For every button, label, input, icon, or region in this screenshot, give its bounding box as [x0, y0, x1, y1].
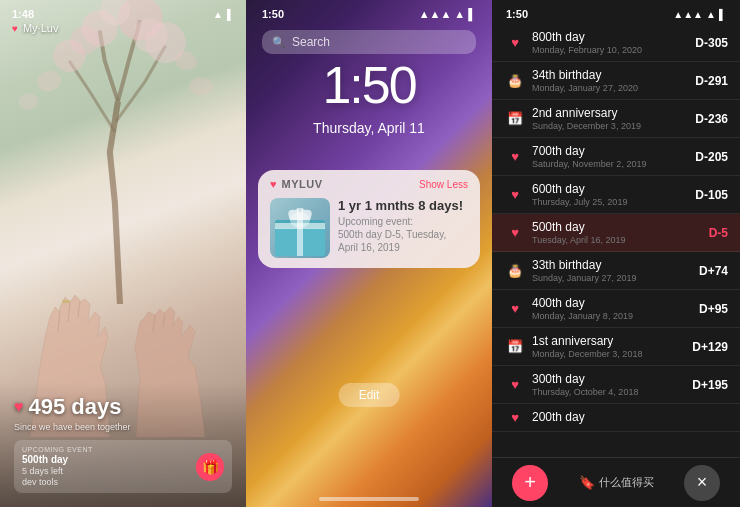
- list-item[interactable]: ♥ 300th day Thursday, October 4, 2018 D+…: [492, 366, 740, 404]
- item-title: 700th day: [532, 144, 688, 158]
- list-item-content: 600th day Thursday, July 25, 2019: [532, 182, 688, 207]
- notification-card[interactable]: ♥ MYLUV Show Less 1 yr 1 mnths 8 day: [258, 170, 480, 268]
- search-placeholder: Search: [292, 35, 330, 49]
- item-date: Tuesday, April 16, 2019: [532, 235, 688, 245]
- item-date: Saturday, November 2, 2019: [532, 159, 688, 169]
- watermark-text: 什么值得买: [599, 475, 654, 490]
- battery-icon: ▌: [227, 9, 234, 20]
- svg-rect-11: [62, 300, 70, 303]
- list-item-content: 200th day: [532, 410, 688, 425]
- list-item[interactable]: ♥ 600th day Thursday, July 25, 2019 D-10…: [492, 176, 740, 214]
- list-item[interactable]: 🎂 34th birthday Monday, January 27, 2020…: [492, 62, 740, 100]
- list-item[interactable]: 📅 1st anniversary Monday, December 3, 20…: [492, 328, 740, 366]
- lock-screen-date: Thursday, April 11: [246, 120, 492, 136]
- signal-bars: ▲▲▲: [673, 9, 703, 20]
- heart-icon: ♥: [504, 410, 526, 425]
- phone2-time: 1:50: [262, 8, 284, 20]
- svg-point-6: [133, 18, 167, 52]
- battery-icon3: ▌: [719, 9, 726, 20]
- list-item[interactable]: ♥ 400th day Monday, January 8, 2019 D+95: [492, 290, 740, 328]
- svg-point-10: [189, 77, 213, 95]
- heart-days-icon: ♥: [14, 398, 24, 416]
- event-name: 500th day: [22, 454, 93, 465]
- search-bar[interactable]: 🔍 Search: [262, 30, 476, 54]
- bottom-action-bar: + 🔖 什么值得买 ×: [492, 457, 740, 507]
- heart-icon: ♥: [12, 23, 18, 34]
- signal-icon: ▲▲▲: [419, 8, 452, 20]
- phone1-screen: 1:48 ▲ ▌ ♥ My·Luv ♥ 495 days Since we ha…: [0, 0, 246, 507]
- notif-app-name: MYLUV: [282, 178, 323, 190]
- phone3-status-bar: 1:50 ▲▲▲ ▲ ▌: [492, 0, 740, 24]
- item-d-value: D-305: [688, 36, 728, 50]
- heart-icon: ♥: [504, 149, 526, 164]
- phone1-status-left: 1:48: [12, 8, 34, 20]
- app-title-label: My·Luv: [23, 22, 58, 34]
- phone1-app-title: ♥ My·Luv: [12, 22, 58, 34]
- phone2-signal-icons: ▲▲▲ ▲ ▌: [419, 8, 476, 20]
- notification-body: 1 yr 1 mnths 8 days! Upcoming event: 500…: [258, 194, 480, 268]
- item-title: 300th day: [532, 372, 688, 386]
- gift-fab-button[interactable]: 🎁: [196, 453, 224, 481]
- watermark-area: 🔖 什么值得买: [579, 475, 654, 490]
- heart-icon: ♥: [504, 301, 526, 316]
- item-title: 1st anniversary: [532, 334, 688, 348]
- upcoming-label: UPCOMING EVENT: [22, 446, 93, 453]
- list-item[interactable]: 📅 2nd anniversary Sunday, December 3, 20…: [492, 100, 740, 138]
- event-tag: dev tools: [22, 477, 93, 487]
- list-item[interactable]: 🎂 33th birthday Sunday, January 27, 2019…: [492, 252, 740, 290]
- days-subtitle: Since we have been together: [14, 422, 232, 432]
- item-d-value: D-5: [688, 226, 728, 240]
- list-item[interactable]: ♥ 800th day Monday, February 10, 2020 D-…: [492, 24, 740, 62]
- item-date: Monday, January 8, 2019: [532, 311, 688, 321]
- show-less-button[interactable]: Show Less: [419, 179, 468, 190]
- item-date: Thursday, July 25, 2019: [532, 197, 688, 207]
- heart-icon: ♥: [504, 225, 526, 240]
- phone1-status-bar: 1:48 ▲ ▌: [12, 8, 234, 20]
- item-title: 2nd anniversary: [532, 106, 688, 120]
- gift-box-svg: [270, 198, 330, 258]
- list-item-content: 400th day Monday, January 8, 2019: [532, 296, 688, 321]
- item-d-value: D+195: [688, 378, 728, 392]
- event-info: UPCOMING EVENT 500th day 5 days left dev…: [22, 446, 93, 487]
- phone1-status-icons: ▲ ▌: [213, 9, 234, 20]
- notification-app-info: ♥ MYLUV: [270, 178, 323, 190]
- close-button[interactable]: ×: [684, 465, 720, 501]
- days-display: ♥ 495 days: [14, 394, 232, 420]
- list-item[interactable]: ♥ 200th day: [492, 404, 740, 432]
- phone3-screen: 1:50 ▲▲▲ ▲ ▌ ♥ 800th day Monday, Februar…: [492, 0, 740, 507]
- calendar-icon: 📅: [504, 111, 526, 126]
- calendar-icon: 📅: [504, 339, 526, 354]
- phone3-signal-icons: ▲▲▲ ▲ ▌: [673, 9, 726, 20]
- svg-point-9: [19, 93, 39, 109]
- item-title: 400th day: [532, 296, 688, 310]
- item-title: 33th birthday: [532, 258, 688, 272]
- edit-button[interactable]: Edit: [339, 383, 400, 407]
- search-icon: 🔍: [272, 36, 286, 49]
- upcoming-event-card: UPCOMING EVENT 500th day 5 days left dev…: [14, 440, 232, 493]
- add-event-button[interactable]: +: [512, 465, 548, 501]
- item-d-value: D-236: [688, 112, 728, 126]
- notification-image: [270, 198, 330, 258]
- phone2-screen: 🔍 Search 1:50 ▲▲▲ ▲ ▌ 1:50 Thursday, Apr…: [246, 0, 492, 507]
- notif-sub-text1: Upcoming event:: [338, 215, 468, 228]
- list-item-content: 700th day Saturday, November 2, 2019: [532, 144, 688, 169]
- list-item[interactable]: ♥ 500th day Tuesday, April 16, 2019 D-5: [492, 214, 740, 252]
- list-item[interactable]: ♥ 700th day Saturday, November 2, 2019 D…: [492, 138, 740, 176]
- notif-heart-icon: ♥: [270, 178, 277, 190]
- item-date: Monday, January 27, 2020: [532, 83, 688, 93]
- heart-icon: ♥: [504, 187, 526, 202]
- wifi-icon3: ▲: [706, 9, 716, 20]
- heart-icon: ♥: [504, 377, 526, 392]
- wifi-icon2: ▲: [454, 8, 465, 20]
- list-item-content: 500th day Tuesday, April 16, 2019: [532, 220, 688, 245]
- item-d-value: D-105: [688, 188, 728, 202]
- item-d-value: D+95: [688, 302, 728, 316]
- phone3-time: 1:50: [506, 8, 528, 20]
- item-date: Thursday, October 4, 2018: [532, 387, 688, 397]
- item-d-value: D+74: [688, 264, 728, 278]
- item-date: Sunday, January 27, 2019: [532, 273, 688, 283]
- svg-point-7: [34, 67, 64, 94]
- events-list: ♥ 800th day Monday, February 10, 2020 D-…: [492, 24, 740, 481]
- phone2-status-bar: 1:50 ▲▲▲ ▲ ▌: [262, 8, 476, 20]
- svg-point-5: [70, 26, 98, 54]
